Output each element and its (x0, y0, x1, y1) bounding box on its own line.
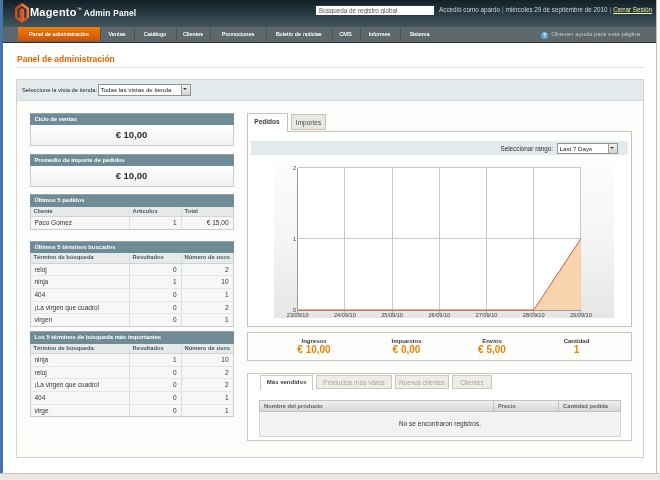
logout-link[interactable]: Cerrar Sesión (613, 6, 652, 13)
chart-axis-label: 25/09/10 (381, 312, 403, 318)
column-header[interactable]: Cliente (31, 207, 129, 217)
separator: | (502, 6, 504, 13)
separator-2: | (610, 6, 612, 13)
chart-axis-label: 28/09/10 (523, 312, 545, 318)
page-title: Panel de administración (17, 54, 115, 64)
total-value: € 5,00 (447, 344, 537, 355)
cell-value: 0 (129, 264, 181, 276)
orders-chart: 01223/09/1024/09/1025/09/1026/09/1027/09… (274, 159, 614, 318)
cell-value: 1 (181, 314, 233, 326)
column-header[interactable]: Número de usos (181, 253, 233, 263)
dashboard-main: Pedidos Importes Seleccionar rango: Last… (247, 113, 632, 443)
tab-m-s-vendidos[interactable]: Más vendidos (260, 375, 313, 390)
table-header-row: ClienteArtículosTotal (31, 207, 233, 218)
global-search-input[interactable] (315, 5, 435, 17)
tab-importes[interactable]: Importes (291, 114, 326, 130)
store-view-value: Todas las vistas de tienda (99, 85, 181, 95)
box-title: Promedio de importe de pedidos (30, 154, 234, 167)
range-select[interactable]: Last 7 Days (557, 143, 618, 155)
cell-label: 404 (31, 289, 129, 301)
cell-value: 2 (181, 302, 233, 314)
help-label: Obtener ayuda para esta página (551, 30, 640, 37)
brand-trademark: ™ (77, 6, 82, 12)
column-header[interactable]: Resultados (129, 344, 181, 354)
total-envíos: Envíos€ 5,00 (447, 333, 537, 355)
cell-label: Paco Gomez (31, 217, 129, 229)
products-grid: Nombre del productoPrecioCantidad pedida… (259, 400, 621, 437)
cell-value: 1 (129, 276, 181, 288)
range-value: Last 7 Days (558, 144, 608, 154)
nav-item-clientes[interactable]: Clientes (176, 27, 210, 41)
help-icon: ? (541, 32, 548, 39)
admin-app: Magento™Admin Panel Accedió como apardo|… (3, 0, 656, 473)
brand-title: Magento™Admin Panel (30, 6, 136, 18)
cell-label: reloj (31, 367, 129, 379)
table-row: ¡La virgen que cuadro!02 (31, 379, 233, 392)
tab-clientes[interactable]: Clientes (452, 375, 492, 389)
nav-item-cat-logo[interactable]: Catálogo (134, 27, 176, 41)
tab-productos-m-s-vistos[interactable]: Productos más vistos (316, 375, 392, 389)
cell-label: virge (31, 405, 129, 417)
total-label: Cantidad (532, 338, 622, 344)
table-row: virge01 (31, 405, 233, 417)
cell-value: 0 (129, 405, 181, 417)
nav-item-promociones[interactable]: Promociones (210, 27, 266, 41)
current-date: miércoles 29 de septiembre de 2010 (506, 6, 608, 13)
last-orders-table: ClienteArtículosTotalPaco Gomez1€ 15,00 (30, 207, 234, 230)
cell-value: 1 (181, 392, 233, 404)
chart-axis-label: 2 (293, 164, 296, 170)
cell-value: 1 (181, 405, 233, 417)
cell-value: 10 (181, 276, 233, 288)
cell-value: 1 (129, 217, 181, 229)
cell-value: 2 (181, 367, 233, 379)
nav-item-informes[interactable]: Informes (360, 27, 400, 41)
store-switcher-band: Seleccione la vista de tienda: Todas las… (17, 80, 643, 101)
total-label: Envíos (447, 338, 537, 344)
column-header[interactable]: Término de búsqueda (31, 253, 129, 263)
cell-label: ninja (31, 276, 129, 288)
select-arrow-icon (181, 85, 190, 95)
box-title: Últimos 5 términos buscados (30, 241, 234, 254)
nav-item-ventas[interactable]: Ventas (100, 27, 134, 41)
top-search-table: Término de búsquedaResultadosNúmero de u… (30, 344, 234, 418)
tab-pedidos[interactable]: Pedidos (247, 113, 288, 132)
title-divider (16, 67, 644, 68)
grid-column-header[interactable]: Nombre del producto (260, 401, 493, 411)
cell-value: 0 (129, 314, 181, 326)
table-row: 40401 (31, 289, 233, 302)
column-header[interactable]: Total (181, 207, 233, 217)
nav-item-cms[interactable]: CMS (332, 27, 360, 41)
column-header[interactable]: Término de búsqueda (31, 344, 129, 354)
cell-value: 1 (181, 289, 233, 301)
tab-nuevos-clientes[interactable]: Nuevos clientes (395, 375, 450, 389)
column-header[interactable]: Artículos (129, 207, 181, 217)
cell-value: € 15,00 (181, 217, 233, 229)
select-arrow-icon (608, 144, 617, 154)
nav-item-sistema[interactable]: Sistema (400, 27, 440, 41)
grid-column-header[interactable]: Cantidad pedida (558, 401, 620, 411)
window-right-edge (656, 0, 657, 473)
store-view-select[interactable]: Todas las vistas de tienda (98, 84, 191, 96)
table-row: ¡La virgen que cuadro!02 (31, 302, 233, 315)
main-nav: Panel de administraciónVentasCatálogoCli… (3, 27, 656, 43)
bottom-grid-panel: Más vendidosProductos más vistosNuevos c… (247, 373, 632, 441)
chart-axis-label: 27/09/10 (476, 312, 498, 318)
cell-value: 0 (129, 392, 181, 404)
nav-item-bolet-n-de-noticias[interactable]: Boletín de noticias (266, 27, 332, 41)
last-orders-box: Últimos 5 pedidos ClienteArtículosTotalP… (30, 194, 234, 230)
last-search-table: Término de búsquedaResultadosNúmero de u… (30, 253, 234, 327)
account-bar: Accedió como apardo|miércoles 29 de sept… (439, 6, 652, 13)
magento-logo-icon (15, 3, 29, 23)
nav-item-panel-de-administraci-n[interactable]: Panel de administración (18, 27, 101, 41)
sales-total-value: € 10,00 (30, 125, 234, 146)
chart-axis-label: 29/09/10 (570, 312, 592, 318)
help-link[interactable]: ?Obtener ayuda para esta página (541, 27, 640, 41)
grid-column-header[interactable]: Precio (493, 401, 558, 411)
cell-label: ninja (31, 354, 129, 366)
column-header[interactable]: Número de usos (181, 344, 233, 354)
chart-axis-label: 24/09/10 (334, 312, 356, 318)
cell-label: 404 (31, 392, 129, 404)
column-header[interactable]: Resultados (129, 253, 181, 263)
chart-axis-label: 26/09/10 (428, 312, 450, 318)
brand-suffix: Admin Panel (84, 8, 136, 18)
